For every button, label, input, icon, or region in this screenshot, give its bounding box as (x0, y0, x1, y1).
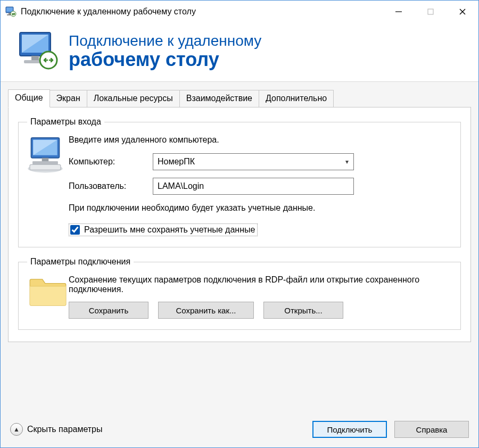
tab-panel-general: Параметры входа (8, 107, 471, 342)
hide-options-toggle[interactable]: ▲ Скрыть параметры (10, 423, 103, 436)
svg-point-15 (40, 52, 57, 69)
dialog-footer: ▲ Скрыть параметры Подключить Справка (1, 413, 478, 447)
user-value: LAMA\Login (158, 181, 204, 191)
svg-rect-13 (31, 56, 39, 60)
user-label: Пользователь: (69, 181, 153, 191)
tab-advanced[interactable]: Дополнительно (259, 90, 334, 108)
hide-options-label: Скрыть параметры (27, 425, 103, 434)
folder-icon (27, 301, 69, 310)
save-button[interactable]: Сохранить (69, 302, 148, 319)
allow-save-checkbox[interactable] (70, 225, 80, 235)
connection-parameters-group: Параметры подключения Сохранение текущи (18, 257, 461, 330)
user-input[interactable]: LAMA\Login (153, 178, 354, 195)
tab-area: Общие Экран Локальные ресурсы Взаимодейс… (1, 81, 478, 447)
rdp-logo-icon (16, 30, 60, 72)
login-parameters-group: Параметры входа (18, 117, 461, 247)
svg-rect-2 (9, 13, 11, 14)
tab-experience[interactable]: Взаимодействие (179, 90, 259, 108)
svg-rect-20 (32, 161, 58, 164)
computer-label: Компьютер: (69, 157, 153, 167)
app-icon: ⇄ (5, 6, 16, 18)
rdp-dialog: ⇄ Подключение к удаленному рабочему стол… (0, 0, 479, 448)
svg-rect-1 (6, 7, 13, 12)
conn-descr: Сохранение текущих параметров подключени… (69, 275, 452, 294)
login-prompt: Введите имя удаленного компьютера. (69, 135, 452, 145)
help-button[interactable]: Справка (394, 421, 469, 438)
computer-combobox[interactable]: НомерПК ▾ (153, 153, 354, 170)
tab-display[interactable]: Экран (49, 90, 87, 108)
login-group-legend: Параметры входа (27, 117, 104, 127)
header-title-line1: Подключение к удаленному (69, 33, 261, 49)
tab-general[interactable]: Общие (8, 89, 50, 107)
allow-save-credentials[interactable]: Разрешить мне сохранять учетные данные (69, 223, 258, 236)
titlebar: ⇄ Подключение к удаленному рабочему стол… (1, 1, 478, 23)
svg-rect-22 (30, 164, 61, 170)
header: Подключение к удаленному рабочему столу (1, 23, 478, 81)
header-text: Подключение к удаленному рабочему столу (69, 33, 261, 70)
credentials-note: При подключении необходимо будет указать… (69, 202, 356, 214)
close-button[interactable] (447, 1, 478, 23)
conn-group-legend: Параметры подключения (27, 257, 134, 267)
tabstrip: Общие Экран Локальные ресурсы Взаимодейс… (1, 89, 478, 107)
computer-value: НомерПК (153, 157, 341, 167)
open-button[interactable]: Открыть... (263, 302, 343, 319)
computer-icon (27, 167, 69, 176)
header-title-line2: рабочему столу (69, 49, 261, 70)
chevron-down-icon: ▾ (341, 158, 353, 165)
allow-save-label: Разрешить мне сохранять учетные данные (84, 225, 255, 235)
svg-rect-19 (42, 158, 49, 161)
chevron-up-icon: ▲ (10, 423, 23, 436)
svg-rect-7 (428, 9, 433, 14)
maximize-button (415, 1, 447, 23)
svg-text:⇄: ⇄ (12, 12, 15, 16)
minimize-button[interactable] (383, 1, 415, 23)
connect-button[interactable]: Подключить (312, 421, 387, 438)
save-as-button[interactable]: Сохранить как... (158, 302, 254, 319)
tab-local-resources[interactable]: Локальные ресурсы (87, 90, 180, 108)
window-controls (383, 1, 478, 23)
window-title: Подключение к удаленному рабочему столу (21, 7, 383, 16)
